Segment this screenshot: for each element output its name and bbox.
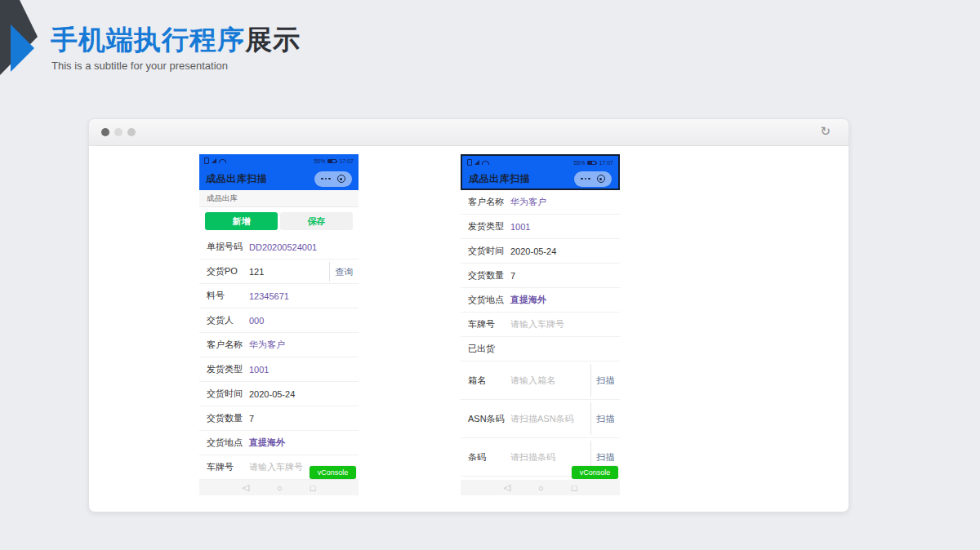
window-maximize-dot[interactable] (127, 128, 136, 136)
add-button[interactable]: 新增 (205, 212, 278, 230)
signal-icon (212, 158, 216, 163)
browser-content: 55% 17:07 成品出库扫描 成品出库 新增 保存 (89, 146, 849, 512)
phone2-nav-bar: 成品出库扫描 (462, 169, 618, 189)
form-row-material-no: 料号 12345671 (199, 284, 359, 308)
form-row-delivery-qty: 交货数量 7 (199, 406, 359, 431)
box-name-input[interactable]: 请输入箱名 (510, 375, 555, 387)
field-label: 客户名称 (468, 196, 510, 208)
wifi-icon (482, 161, 489, 165)
status-time: 17:07 (339, 158, 354, 164)
plate-input[interactable]: 请输入车牌号 (510, 318, 564, 330)
exit-icon[interactable] (597, 175, 605, 183)
field-value[interactable]: 2020-05-24 (510, 246, 556, 256)
phone1-button-row: 新增 保存 (199, 207, 359, 235)
phone1-android-nav: ◁ ○ □ (199, 480, 359, 495)
asn-barcode-input[interactable]: 请扫描ASN条码 (510, 413, 574, 425)
more-icon[interactable] (321, 178, 331, 180)
field-label: 客户名称 (207, 339, 249, 351)
status-left-icons (467, 159, 489, 166)
battery-icon (587, 161, 596, 165)
field-label: 车牌号 (468, 318, 510, 330)
field-value[interactable]: 121 (249, 267, 264, 277)
phone2-status-bar: 55% 17:07 (462, 156, 618, 169)
more-icon[interactable] (581, 178, 590, 180)
sim-icon (204, 157, 209, 164)
field-value[interactable]: 12345671 (249, 291, 289, 301)
form-row-delivery-qty: 交货数量 7 (461, 264, 620, 288)
phone1-status-bar: 55% 17:07 (199, 154, 359, 167)
vconsole-button[interactable]: vConsole (310, 466, 356, 479)
phone2-nav-title: 成品出库扫描 (469, 172, 530, 186)
window-minimize-dot[interactable] (114, 128, 122, 136)
save-button[interactable]: 保存 (280, 212, 353, 230)
field-label: ASN条码 (468, 413, 510, 425)
android-recents-icon[interactable]: □ (572, 483, 577, 493)
field-value[interactable]: 7 (249, 414, 254, 424)
field-value[interactable]: 华为客户 (510, 196, 546, 208)
browser-window: ↻ 55% 17:07 成品出库扫描 (88, 118, 849, 512)
refresh-icon[interactable]: ↻ (820, 124, 831, 139)
battery-percent: 55% (314, 158, 325, 164)
form-row-customer: 客户名称 华为客户 (461, 190, 620, 215)
field-label: 交货地点 (468, 294, 510, 306)
field-value[interactable]: DD20200524001 (249, 242, 317, 252)
field-label: 料号 (207, 290, 249, 302)
field-value[interactable]: 1001 (510, 222, 530, 232)
wechat-capsule[interactable] (574, 171, 612, 187)
scan-row-asn-barcode: ASN条码 请扫描ASN条码 扫描 (461, 400, 620, 438)
field-label: 箱名 (468, 375, 510, 387)
form-row-shipped: 已出货 (461, 337, 620, 361)
sim-icon (467, 159, 472, 166)
field-label: 车牌号 (207, 461, 249, 473)
vconsole-button[interactable]: vConsole (572, 466, 618, 479)
field-label: 交货数量 (468, 269, 510, 282)
form-row-customer: 客户名称 华为客户 (199, 333, 359, 357)
android-home-icon[interactable]: ○ (277, 483, 283, 493)
field-value[interactable]: 直提海外 (510, 294, 546, 306)
exit-icon[interactable] (337, 175, 345, 183)
scan-button[interactable]: 扫描 (590, 402, 620, 435)
browser-titlebar: ↻ (89, 119, 849, 146)
field-value[interactable]: 000 (249, 316, 264, 326)
field-value[interactable]: 直提海外 (249, 437, 285, 449)
phone1-nav-bar: 成品出库扫描 (199, 167, 359, 190)
barcode-input[interactable]: 请扫描条码 (510, 451, 555, 464)
field-label: 交货地点 (207, 437, 249, 449)
field-label: 交货时间 (468, 245, 510, 257)
field-value[interactable]: 华为客户 (249, 339, 285, 351)
field-label: 交货数量 (207, 412, 249, 424)
field-label: 条码 (468, 451, 510, 464)
android-home-icon[interactable]: ○ (538, 483, 544, 493)
form-row-deliverer: 交货人 000 (199, 308, 359, 333)
form-row-ship-type: 发货类型 1001 (461, 215, 620, 239)
scan-button[interactable]: 扫描 (590, 364, 620, 397)
page-subtitle: This is a subtitle for your presentation (51, 60, 228, 72)
page-title: 手机端执行程序展示 (51, 22, 301, 59)
title-secondary: 展示 (245, 24, 301, 55)
scan-row-box-name: 箱名 请输入箱名 扫描 (461, 361, 620, 400)
field-value[interactable]: 1001 (249, 365, 269, 375)
query-button[interactable]: 查询 (329, 262, 359, 282)
field-value[interactable]: 2020-05-24 (249, 389, 295, 399)
form-row-delivery-po: 交货PO 121 查询 (199, 259, 359, 284)
field-label: 发货类型 (207, 363, 249, 375)
field-label: 交货时间 (207, 388, 249, 400)
form-row-docno: 单据号码 DD20200524001 (199, 235, 359, 259)
window-close-dot[interactable] (101, 128, 109, 136)
status-right: 55% 17:07 (573, 160, 613, 166)
wifi-icon (219, 159, 226, 163)
wechat-capsule[interactable] (314, 171, 352, 187)
field-label: 单据号码 (207, 241, 249, 253)
status-time: 17:07 (599, 160, 613, 166)
phone1-header: 55% 17:07 成品出库扫描 (199, 154, 359, 190)
android-back-icon[interactable]: ◁ (504, 482, 510, 493)
decorative-triangles (0, 0, 49, 82)
status-right: 55% 17:07 (314, 158, 354, 164)
field-value[interactable]: 7 (510, 271, 515, 281)
android-recents-icon[interactable]: □ (310, 483, 316, 493)
battery-percent: 55% (573, 160, 585, 166)
plate-input[interactable]: 请输入车牌号 (249, 461, 303, 473)
battery-icon (327, 159, 336, 163)
android-back-icon[interactable]: ◁ (243, 482, 249, 493)
form-row-delivery-date: 交货时间 2020-05-24 (199, 382, 359, 406)
